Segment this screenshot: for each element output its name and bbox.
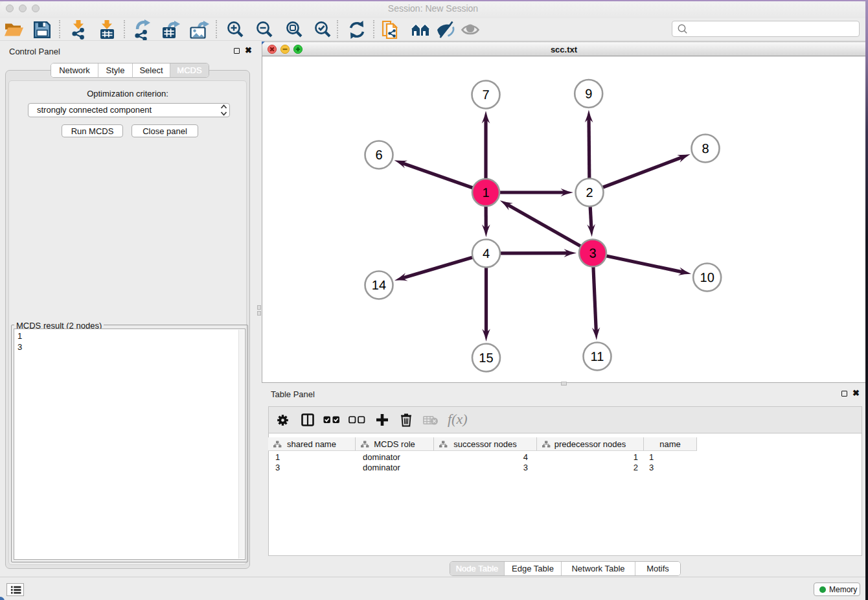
svg-text:11: 11 — [591, 350, 604, 364]
svg-text:4: 4 — [483, 247, 490, 261]
svg-text:7: 7 — [483, 88, 490, 102]
svg-text:9: 9 — [585, 87, 592, 102]
svg-text:6: 6 — [375, 148, 382, 163]
svg-text:14: 14 — [372, 279, 386, 293]
svg-text:8: 8 — [702, 142, 709, 156]
svg-text:15: 15 — [479, 351, 493, 365]
svg-text:1: 1 — [482, 186, 489, 200]
svg-text:2: 2 — [586, 186, 593, 200]
svg-text:10: 10 — [700, 271, 714, 285]
svg-text:3: 3 — [589, 247, 596, 261]
